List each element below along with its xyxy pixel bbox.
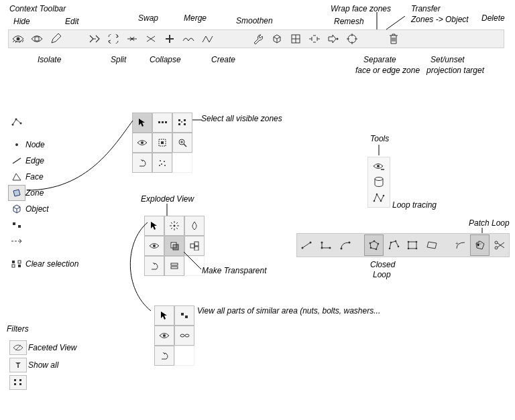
add-curve-icon[interactable]: + [451, 234, 471, 256]
faceted-view-icon[interactable] [9, 340, 27, 355]
clear-selection-icon[interactable] [8, 256, 25, 272]
svg-point-56 [164, 165, 166, 166]
remesh-button[interactable] [286, 30, 305, 48]
svg-line-65 [171, 222, 172, 224]
zoom-icon[interactable] [172, 133, 192, 153]
zone-icon[interactable] [8, 185, 25, 201]
svg-point-86 [375, 178, 383, 181]
svg-rect-5 [35, 37, 39, 41]
edge-icon[interactable] [8, 153, 25, 169]
dots4-icon[interactable] [9, 375, 27, 390]
svg-rect-109 [408, 242, 416, 249]
l-segment-icon[interactable] [317, 234, 336, 256]
svg-line-19 [386, 16, 405, 29]
object-label: Object [25, 204, 49, 214]
face-icon[interactable] [8, 169, 25, 185]
svg-rect-72 [190, 244, 194, 248]
eye-icon[interactable] [144, 236, 164, 256]
patch-loop-icon[interactable] [470, 234, 490, 256]
separate-button[interactable] [305, 30, 324, 48]
edit-label: Edit [65, 17, 79, 26]
tool-extra-button[interactable] [198, 30, 217, 48]
polygon-pick-icon[interactable] [8, 114, 25, 130]
svg-point-57 [159, 165, 160, 166]
svg-point-84 [377, 165, 380, 167]
separate-label-1: Separate [363, 55, 396, 64]
svg-point-88 [376, 194, 378, 196]
svg-line-94 [302, 242, 310, 248]
eye-icon[interactable] [132, 133, 152, 153]
smoothen-label: Smoothen [236, 16, 273, 25]
svg-rect-76 [171, 267, 178, 269]
collapse-button[interactable] [123, 30, 141, 48]
set-unset-projection-target-button[interactable] [343, 30, 361, 48]
create-button[interactable] [160, 30, 179, 48]
merge-button[interactable] [141, 30, 160, 48]
svg-rect-41 [178, 119, 180, 121]
smoothen-button[interactable] [179, 30, 198, 48]
wrap-face-zones-button[interactable] [268, 30, 286, 48]
svg-rect-40 [165, 121, 167, 123]
swap-button[interactable] [104, 30, 123, 48]
deselect-icon[interactable] [172, 153, 192, 173]
collapse-label: Collapse [150, 55, 181, 64]
svg-point-81 [180, 334, 184, 337]
scissors-loop-icon[interactable] [490, 234, 509, 256]
split-button[interactable] [85, 30, 104, 48]
svg-point-45 [181, 121, 182, 123]
layers-icon[interactable] [164, 256, 184, 276]
microscope-icon[interactable] [154, 346, 174, 366]
closed-loop-icon[interactable] [364, 234, 384, 256]
svg-point-46 [141, 141, 144, 144]
svg-rect-78 [181, 313, 184, 316]
open-polygon-icon[interactable] [384, 234, 403, 256]
curve-segment-icon[interactable] [335, 234, 355, 256]
transfer-zones-object-button[interactable] [324, 30, 343, 48]
wrench-button[interactable] [249, 30, 268, 48]
eye-minus-icon[interactable] [370, 159, 388, 174]
edit-button[interactable] [46, 30, 65, 48]
select-marquee-icon[interactable] [152, 133, 172, 153]
dots3-icon[interactable] [152, 113, 172, 133]
svg-rect-42 [184, 119, 186, 121]
node-icon[interactable] [8, 137, 25, 153]
drop-icon[interactable] [184, 216, 205, 236]
hide-button[interactable] [9, 30, 27, 48]
view-similar-area-icon[interactable] [174, 326, 194, 346]
connector-line-icon [184, 252, 204, 271]
object-icon[interactable] [8, 201, 25, 217]
scatter-icon[interactable] [152, 153, 172, 173]
svg-point-82 [185, 334, 189, 337]
svg-point-100 [369, 242, 371, 244]
line-segment-icon[interactable] [297, 234, 317, 256]
make-transparent-icon[interactable] [164, 236, 184, 256]
dash-arrow-icon[interactable] [8, 233, 25, 249]
select-all-visible-icon[interactable] [172, 113, 192, 133]
microscope-icon[interactable] [132, 153, 152, 173]
loop-tracing-icon[interactable] [370, 190, 388, 205]
microscope-icon[interactable] [144, 256, 164, 276]
svg-line-1 [13, 40, 15, 42]
hide-label: Hide [13, 17, 30, 26]
rect-loop-icon[interactable] [403, 234, 422, 256]
svg-point-110 [408, 241, 410, 243]
svg-rect-29 [12, 261, 15, 263]
zone-selection-grid [132, 113, 192, 173]
isolate-button[interactable] [27, 30, 46, 48]
face-label: Face [25, 172, 44, 182]
delete-button[interactable] [384, 30, 403, 48]
connector-line-icon [377, 145, 381, 155]
similar-area-grid [154, 305, 194, 366]
svg-point-115 [495, 241, 498, 244]
dots2-icon[interactable] [8, 217, 25, 233]
eye-icon[interactable] [154, 326, 174, 346]
skew-loop-icon[interactable] [422, 234, 442, 256]
show-all-icon[interactable] [9, 358, 27, 372]
arrow-icon[interactable] [132, 113, 152, 133]
dots2-icon[interactable] [174, 305, 194, 326]
arrow-icon[interactable] [154, 305, 174, 326]
cylinder-icon[interactable] [370, 174, 388, 190]
arrow-icon[interactable] [144, 216, 164, 236]
swap-label: Swap [138, 13, 158, 23]
exploded-view-icon[interactable] [164, 216, 184, 236]
